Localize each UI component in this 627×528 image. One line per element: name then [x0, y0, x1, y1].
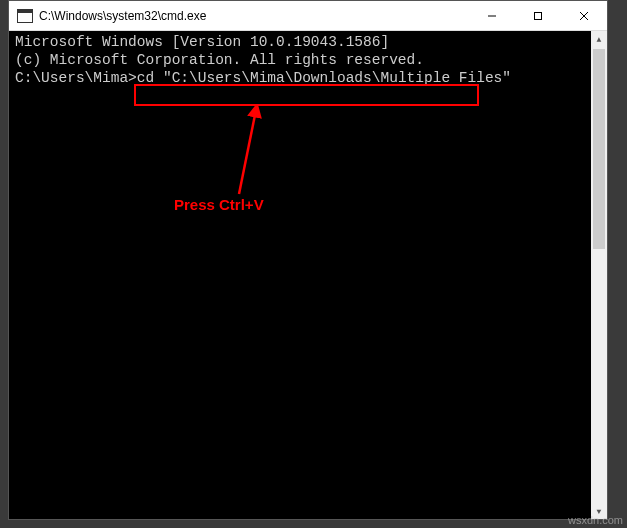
annotation-label: Press Ctrl+V — [174, 196, 264, 214]
title-left: C:\Windows\system32\cmd.exe — [9, 9, 206, 23]
scroll-thumb[interactable] — [593, 49, 605, 249]
titlebar: C:\Windows\system32\cmd.exe — [9, 1, 607, 31]
close-button[interactable] — [561, 1, 607, 30]
terminal-body[interactable]: Microsoft Windows [Version 10.0.19043.15… — [9, 31, 607, 519]
watermark: wsxdn.com — [568, 514, 623, 526]
terminal-line: Microsoft Windows [Version 10.0.19043.15… — [15, 33, 601, 51]
svg-rect-1 — [535, 12, 542, 19]
prompt-path: "C:\Users\Mima\Downloads\Multiple Files" — [163, 70, 511, 86]
terminal-prompt-line: C:\Users\Mima>cd "C:\Users\Mima\Download… — [15, 69, 601, 87]
window-title: C:\Windows\system32\cmd.exe — [39, 9, 206, 23]
minimize-button[interactable] — [469, 1, 515, 30]
svg-line-4 — [239, 110, 256, 194]
prompt-cmd: cd — [137, 70, 163, 86]
cmd-window: C:\Windows\system32\cmd.exe Microsoft Wi… — [8, 0, 608, 520]
prompt-prefix: C:\Users\Mima> — [15, 70, 137, 86]
terminal-line: (c) Microsoft Corporation. All rights re… — [15, 51, 601, 69]
window-controls — [469, 1, 607, 30]
scroll-up-icon[interactable]: ▲ — [591, 31, 607, 47]
cmd-icon — [17, 9, 33, 23]
scrollbar[interactable]: ▲ ▼ — [591, 31, 607, 519]
arrow-annotation — [234, 104, 274, 204]
highlight-box — [134, 84, 479, 106]
maximize-button[interactable] — [515, 1, 561, 30]
